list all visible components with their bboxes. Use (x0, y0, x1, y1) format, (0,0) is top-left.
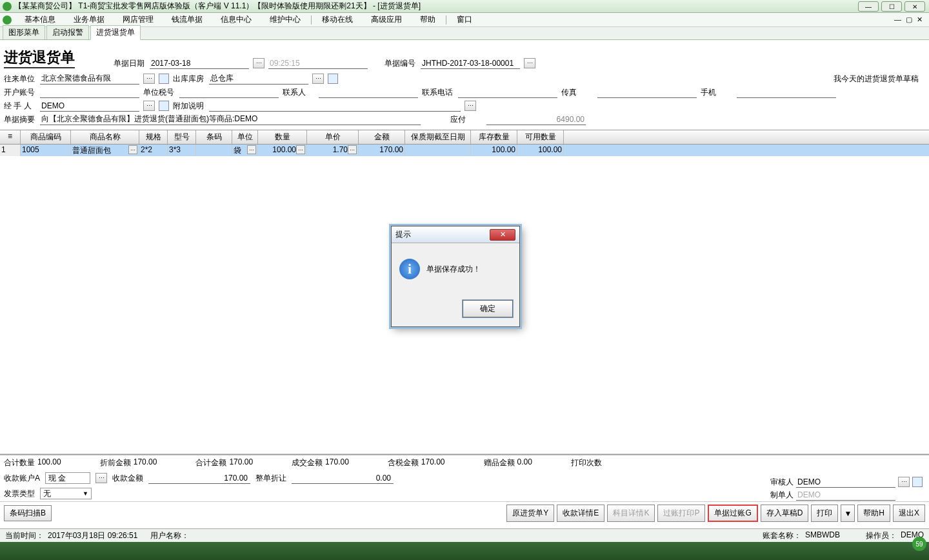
cell-model[interactable]: 3*3 (168, 145, 196, 156)
tab-alarm[interactable]: 启动报警 (46, 25, 89, 39)
menu-mobile[interactable]: 移动在线 (313, 13, 362, 26)
table-row[interactable]: 1 1005 普通甜面包⋯ 2*2 3*3 袋⋯ 100.00⋯ 1.70⋯ 1… (0, 145, 929, 156)
maximize-button[interactable]: ☐ (881, 1, 902, 12)
print-button[interactable]: 打印 (811, 505, 838, 522)
col-amount[interactable]: 金额 (359, 130, 405, 144)
fax-input[interactable] (597, 86, 697, 98)
col-stock[interactable]: 库存数量 (471, 130, 517, 144)
unit-pick-icon[interactable]: ⋯ (247, 145, 256, 154)
col-price[interactable]: 单价 (307, 130, 359, 144)
dialog-close-button[interactable]: ✕ (490, 229, 515, 241)
menu-biz[interactable]: 业务单据 (65, 13, 114, 26)
menu-money[interactable]: 钱流单据 (163, 13, 212, 26)
mdi-controls[interactable]: — ▢ ✕ (894, 15, 924, 24)
no-label: 单据编号 (385, 58, 417, 69)
help-button[interactable]: 帮助H (857, 505, 890, 522)
cell-name[interactable]: 普通甜面包⋯ (71, 145, 139, 156)
cell-expire[interactable] (405, 145, 471, 156)
date-input[interactable] (150, 57, 249, 69)
bank-input[interactable] (40, 86, 139, 98)
post-button[interactable]: 单据过账G (708, 505, 757, 522)
pay-detail-button[interactable]: 收款详情E (557, 505, 604, 522)
menu-basic[interactable]: 基本信息 (15, 13, 65, 26)
handler-pick-button[interactable]: ⋯ (143, 101, 155, 111)
qty-pick-icon[interactable]: ⋯ (296, 145, 305, 154)
dialog-ok-button[interactable]: 确定 (463, 300, 513, 317)
menu-maint[interactable]: 维护中心 (261, 13, 310, 26)
col-spec[interactable]: 规格 (139, 130, 168, 144)
summary-input[interactable] (40, 114, 421, 125)
exit-button[interactable]: 退出X (893, 505, 925, 522)
phone-input[interactable] (458, 86, 557, 98)
maker-input (796, 489, 895, 501)
handler-info-icon[interactable] (159, 101, 169, 111)
col-barcode[interactable]: 条码 (196, 130, 232, 144)
col-indicator[interactable]: ≡ (0, 130, 21, 144)
dialog-titlebar[interactable]: 提示 ✕ (392, 226, 519, 243)
cell-unit[interactable]: 袋⋯ (232, 145, 258, 156)
tot-amt-label: 合计金额 (195, 457, 226, 468)
cell-spec[interactable]: 2*2 (139, 145, 168, 156)
handler-input[interactable] (40, 100, 139, 112)
tot-amt: 170.00 (229, 457, 253, 468)
price-pick-icon[interactable]: ⋯ (348, 145, 357, 154)
menu-window[interactable]: 窗口 (448, 13, 481, 26)
col-avail[interactable]: 可用数量 (517, 130, 564, 144)
os-taskbar[interactable] (0, 542, 929, 560)
mobile-input[interactable] (737, 86, 836, 98)
cell-price[interactable]: 1.70⋯ (307, 145, 359, 156)
menu-adv[interactable]: 高级应用 (362, 13, 411, 26)
menu-shop[interactable]: 网店管理 (114, 13, 163, 26)
minimize-button[interactable]: — (858, 1, 879, 12)
extra-pick-button[interactable]: ⋯ (464, 101, 476, 111)
tax-input[interactable] (179, 86, 279, 98)
supplier-pick-button[interactable]: ⋯ (143, 74, 155, 84)
reviewer-input[interactable] (796, 476, 895, 488)
contact-input[interactable] (319, 86, 418, 98)
cell-barcode[interactable] (196, 145, 232, 156)
acct-pick-button[interactable]: ⋯ (95, 473, 107, 483)
doc-no-button[interactable]: ⋯ (524, 58, 535, 68)
warehouse-pick-button[interactable]: ⋯ (312, 74, 324, 84)
cell-code[interactable]: 1005 (21, 145, 71, 156)
col-name[interactable]: 商品名称 (71, 130, 139, 144)
window-title-text: 【某某商贸公司】 T1-商贸宝批发零售网店版体验版（客户端 V 11.1）【限时… (14, 1, 421, 12)
time-input (268, 57, 368, 69)
close-button[interactable]: ✕ (904, 1, 925, 12)
col-expire[interactable]: 保质期截至日期 (405, 130, 471, 144)
col-unit[interactable]: 单位 (232, 130, 258, 144)
status-user-label: 用户名称： (150, 530, 189, 541)
doc-no-input[interactable] (421, 57, 520, 69)
tab-graphic-menu[interactable]: 图形菜单 (3, 25, 45, 39)
disc-input[interactable] (292, 472, 394, 484)
date-picker-button[interactable]: ⋯ (253, 58, 265, 68)
notification-badge[interactable]: 59 (912, 537, 926, 551)
cell-stock: 100.00 (471, 145, 517, 156)
warehouse-info-icon[interactable] (328, 74, 338, 84)
col-model[interactable]: 型号 (168, 130, 196, 144)
pay-amt-input[interactable] (148, 472, 250, 484)
draft-note-link[interactable]: 我今天的进货退货单草稿 (834, 74, 925, 85)
tab-return-order[interactable]: 进货退货单 (90, 25, 141, 40)
supplier-info-icon[interactable] (159, 74, 169, 84)
acct-combo[interactable]: 现 金 (45, 472, 90, 484)
print-dropdown-button[interactable]: ▼ (841, 505, 855, 522)
payable-label: 应付 (450, 114, 483, 125)
cell-amount[interactable]: 170.00 (359, 145, 405, 156)
col-qty[interactable]: 数量 (258, 130, 307, 144)
warehouse-input[interactable] (209, 73, 308, 85)
menu-info[interactable]: 信息中心 (212, 13, 261, 26)
reviewer-pick-button[interactable]: ⋯ (898, 477, 910, 487)
orig-order-button[interactable]: 原进货单Y (506, 505, 554, 522)
extra-input[interactable] (209, 100, 461, 112)
tot-gift-label: 赠品金额 (484, 457, 515, 468)
barcode-scan-button[interactable]: 条码扫描B (4, 505, 52, 521)
reviewer-info-icon[interactable] (912, 477, 923, 487)
menu-help[interactable]: 帮助 (411, 13, 445, 26)
col-code[interactable]: 商品编码 (21, 130, 71, 144)
supplier-input[interactable] (40, 73, 139, 85)
name-pick-icon[interactable]: ⋯ (128, 145, 137, 154)
inv-combo[interactable]: 无▼ (40, 488, 92, 499)
cell-qty[interactable]: 100.00⋯ (258, 145, 307, 156)
save-draft-button[interactable]: 存入草稿D (761, 505, 809, 522)
